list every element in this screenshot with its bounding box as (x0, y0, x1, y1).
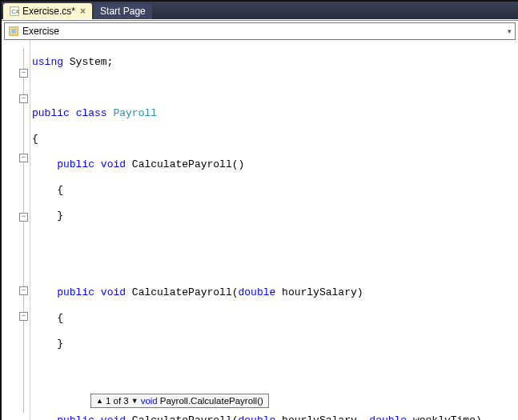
code-token: { (32, 133, 38, 145)
svg-rect-3 (11, 29, 15, 33)
code-token: public (32, 107, 70, 119)
code-editor[interactable]: − − − − − − using System; public class P… (2, 40, 518, 420)
code-token: double (239, 286, 276, 298)
close-icon[interactable]: × (80, 6, 86, 17)
code-token: System; (63, 56, 113, 68)
prev-overload-icon[interactable]: ▲ (96, 397, 103, 405)
code-token: public (57, 414, 94, 420)
class-icon (8, 26, 19, 37)
tab-exercise-cs[interactable]: C# Exercise.cs* × (3, 3, 92, 19)
scope-dropdown[interactable]: Exercise ▾ (4, 22, 516, 40)
code-token: hourlySalary, (275, 414, 369, 420)
code-token: void (101, 158, 126, 170)
fold-toggle[interactable]: − (19, 69, 28, 78)
code-token: { (32, 312, 63, 324)
code-token: public (57, 158, 94, 170)
code-token: class (76, 107, 107, 119)
code-token: } (32, 210, 63, 222)
fold-toggle[interactable]: − (19, 94, 28, 103)
tooltip-signature: Payroll.CalculatePayroll() (160, 396, 263, 406)
parameter-info-tooltip: ▲ 1 of 3 ▼ void Payroll.CalculatePayroll… (90, 394, 269, 408)
code-token: CalculatePayroll() (126, 158, 244, 170)
chevron-down-icon[interactable]: ▾ (508, 27, 512, 35)
tab-label: Exercise.cs* (22, 6, 75, 17)
csharp-file-icon: C# (10, 6, 19, 16)
code-token: } (32, 338, 63, 350)
code-token: using (32, 56, 63, 68)
code-token: CalculatePayroll( (126, 414, 238, 420)
tab-bar: C# Exercise.cs* × Start Page (2, 2, 518, 19)
code-token: void (101, 414, 126, 420)
code-token: CalculatePayroll( (126, 286, 238, 298)
code-token: weeklyTime) (407, 414, 482, 420)
fold-toggle[interactable]: − (19, 312, 28, 321)
code-token: double (369, 414, 407, 420)
code-token: double (239, 414, 276, 420)
code-token: { (32, 184, 63, 196)
code-token: hourlySalary) (275, 286, 363, 298)
code-token: public (57, 286, 94, 298)
fold-toggle[interactable]: − (19, 154, 28, 162)
code-token: void (101, 286, 126, 298)
code-token: Payroll (113, 107, 157, 119)
svg-text:C#: C# (11, 8, 19, 15)
next-overload-icon[interactable]: ▼ (131, 397, 139, 405)
fold-toggle[interactable]: − (19, 286, 28, 295)
scope-label: Exercise (22, 26, 59, 37)
tab-start-page[interactable]: Start Page (94, 3, 152, 19)
tab-label: Start Page (100, 6, 146, 17)
tooltip-keyword: void (141, 396, 158, 406)
code-area[interactable]: using System; public class Payroll { pub… (32, 40, 518, 420)
fold-gutter: − − − − − − (2, 40, 30, 420)
overload-counter: 1 of 3 (106, 396, 129, 406)
fold-toggle[interactable]: − (19, 213, 28, 222)
